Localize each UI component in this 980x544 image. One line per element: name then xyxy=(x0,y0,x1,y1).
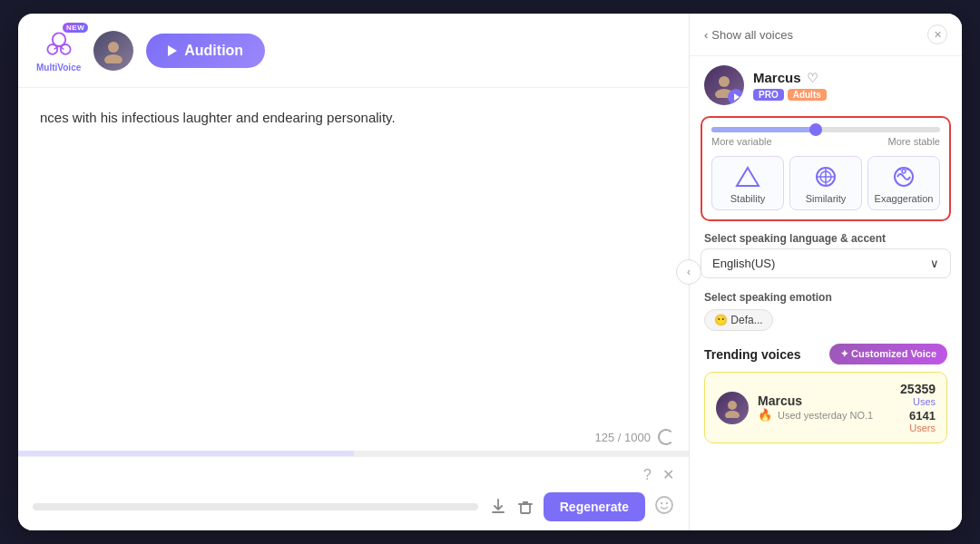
bottom-toolbar-actions: Regenerate xyxy=(33,492,674,521)
avatar-image xyxy=(101,38,126,63)
slider-thumb[interactable] xyxy=(809,123,822,136)
exaggeration-label: Exaggeration xyxy=(875,193,934,204)
emoji-button[interactable] xyxy=(654,495,674,520)
trending-sub: 🔥 Used yesterday NO.1 xyxy=(758,408,891,422)
bottom-toolbar-top: ? ✕ xyxy=(33,466,674,483)
users-num: 6141 xyxy=(900,409,936,423)
svg-marker-13 xyxy=(737,168,759,186)
adults-tag: Adults xyxy=(788,89,827,101)
similarity-control[interactable]: Similarity xyxy=(789,156,862,210)
slider-wrap xyxy=(711,127,940,132)
action-icons: Regenerate xyxy=(489,492,674,521)
voice-profile: Marcus ♡ PRO Adults xyxy=(690,56,962,111)
trash-icon xyxy=(516,498,534,516)
trending-card: Marcus 🔥 Used yesterday NO.1 25359 Uses … xyxy=(704,372,947,443)
language-section-label: Select speaking language & accent xyxy=(690,227,962,248)
language-select[interactable]: English(US) ∨ xyxy=(701,248,951,278)
emotion-chip-label: 😶 Defa... xyxy=(714,314,763,326)
multivoise-icon-wrap: NEW MultiVoice xyxy=(36,28,81,73)
delete-button[interactable] xyxy=(516,498,534,516)
fire-icon: 🔥 xyxy=(758,408,772,422)
voice-play-overlay[interactable] xyxy=(728,89,744,105)
slider-track[interactable] xyxy=(711,127,940,132)
char-count-bar: 125 / 1000 xyxy=(18,425,689,451)
similarity-label: Similarity xyxy=(806,193,847,204)
slider-labels: More variable More stable xyxy=(711,136,940,147)
show-all-voices-btn[interactable]: ‹ Show all voices xyxy=(704,28,793,42)
svg-point-8 xyxy=(656,497,672,513)
trending-title: Trending voices xyxy=(704,347,801,362)
question-icon: ? xyxy=(643,467,652,482)
users-label: Users xyxy=(900,423,936,433)
audition-label: Audition xyxy=(184,43,243,59)
customized-voice-label: ✦ Customized Voice xyxy=(840,348,936,360)
refresh-icon[interactable] xyxy=(658,429,674,445)
emoji-icon xyxy=(654,495,674,515)
exaggeration-control[interactable]: Exaggeration xyxy=(867,156,940,210)
stability-control[interactable]: Stability xyxy=(711,156,784,210)
svg-point-23 xyxy=(725,411,740,418)
svg-point-11 xyxy=(719,76,730,87)
svg-rect-7 xyxy=(521,504,530,513)
help-button[interactable]: ? xyxy=(643,466,652,483)
emotion-chip[interactable]: 😶 Defa... xyxy=(704,309,773,331)
right-panel: ‹ Show all voices ✕ Marcus ♡ PRO xyxy=(690,14,962,530)
collapse-arrow[interactable]: ‹ xyxy=(676,259,701,285)
emotion-label: Select speaking emotion xyxy=(704,291,947,304)
svg-point-22 xyxy=(728,401,737,410)
svg-point-1 xyxy=(47,44,57,54)
close-panel-button[interactable]: ✕ xyxy=(927,24,947,44)
trending-name: Marcus xyxy=(758,393,891,408)
svg-point-5 xyxy=(108,42,119,53)
play-icon xyxy=(168,45,177,56)
trending-avatar-image xyxy=(722,398,742,418)
trending-stats: 25359 Uses 6141 Users xyxy=(900,382,936,433)
exaggeration-icon xyxy=(891,164,916,189)
regenerate-label: Regenerate xyxy=(560,500,629,514)
slider-section: More variable More stable xyxy=(711,127,940,147)
input-bar xyxy=(33,503,478,510)
trending-avatar xyxy=(716,392,749,424)
chevron-left-icon: ‹ xyxy=(704,28,708,42)
show-all-voices-label: Show all voices xyxy=(711,28,793,42)
new-badge: NEW xyxy=(63,23,88,33)
multivoise-icon xyxy=(43,28,75,61)
slider-label-left: More variable xyxy=(711,136,772,147)
avatar xyxy=(93,31,133,71)
right-panel-header: ‹ Show all voices ✕ xyxy=(690,14,962,56)
regenerate-button[interactable]: Regenerate xyxy=(544,492,645,521)
download-button[interactable] xyxy=(489,498,507,516)
download-icon xyxy=(489,498,507,516)
voice-tags: PRO Adults xyxy=(753,89,827,101)
heart-icon[interactable]: ♡ xyxy=(807,71,818,85)
trending-section: Trending voices ✦ Customized Voice Marcu… xyxy=(690,338,962,447)
customized-voice-button[interactable]: ✦ Customized Voice xyxy=(829,344,947,364)
trending-info: Marcus 🔥 Used yesterday NO.1 xyxy=(758,393,891,422)
trending-sub-text: Used yesterday NO.1 xyxy=(778,410,873,421)
pro-tag: PRO xyxy=(753,89,784,101)
controls-row: Stability Similarity xyxy=(711,156,940,210)
svg-point-2 xyxy=(60,44,70,54)
emotion-section: Select speaking emotion 😶 Defa... xyxy=(690,287,962,338)
close-icon: ✕ xyxy=(662,467,674,482)
slider-label-right: More stable xyxy=(888,136,940,147)
stability-label: Stability xyxy=(730,193,766,204)
chevron-down-icon: ∨ xyxy=(930,257,939,270)
char-count: 125 / 1000 xyxy=(595,431,651,444)
language-value: English(US) xyxy=(712,257,775,270)
bottom-toolbar: ? ✕ xyxy=(18,456,689,530)
top-bar: NEW MultiVoice Audition xyxy=(18,14,689,88)
voice-name-row: Marcus ♡ PRO Adults xyxy=(753,70,827,101)
svg-point-10 xyxy=(666,501,668,503)
text-area-content: nces with his infectious laughter and en… xyxy=(18,88,689,425)
left-panel: NEW MultiVoice Audition xyxy=(18,14,690,530)
trending-header: Trending voices ✦ Customized Voice xyxy=(704,344,947,364)
stability-icon xyxy=(735,164,760,189)
svg-point-6 xyxy=(104,54,122,63)
editor-text: nces with his infectious laughter and en… xyxy=(40,110,396,125)
voice-name: Marcus ♡ xyxy=(753,70,827,85)
svg-point-19 xyxy=(902,170,906,173)
voice-avatar xyxy=(704,65,744,105)
audition-button[interactable]: Audition xyxy=(146,34,265,68)
close-button[interactable]: ✕ xyxy=(662,466,674,483)
